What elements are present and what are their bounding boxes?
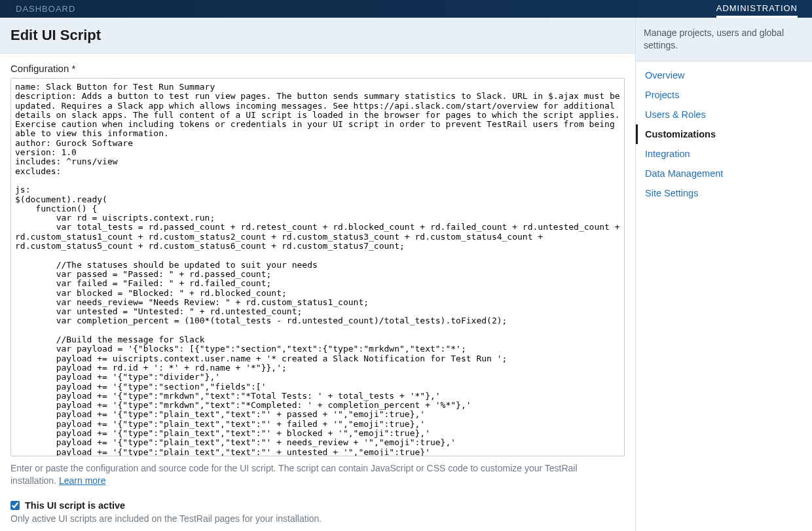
sidebar-item-projects[interactable]: Projects	[636, 85, 812, 105]
active-checkbox-label: This UI script is active	[25, 500, 125, 511]
sidebar-nav: Overview Projects Users & Roles Customiz…	[636, 62, 812, 207]
sidebar-item-site-settings[interactable]: Site Settings	[636, 183, 812, 203]
page-title: Edit UI Script	[10, 27, 625, 44]
sidebar-description: Manage projects, users and global settin…	[636, 18, 812, 62]
sidebar-item-integration[interactable]: Integration	[636, 144, 812, 164]
configuration-label: Configuration *	[10, 63, 625, 74]
sidebar-item-users-roles[interactable]: Users & Roles	[636, 105, 812, 124]
nav-administration[interactable]: ADMINISTRATION	[716, 0, 798, 18]
sidebar-item-customizations[interactable]: Customizations	[636, 124, 812, 144]
sidebar-item-data-management[interactable]: Data Management	[636, 164, 812, 183]
learn-more-link[interactable]: Learn more	[59, 475, 106, 486]
sidebar-item-overview[interactable]: Overview	[636, 65, 812, 85]
nav-dashboard[interactable]: DASHBOARD	[16, 0, 75, 18]
active-help-text: Only active UI scripts are included on t…	[10, 513, 625, 524]
admin-sidebar: Manage projects, users and global settin…	[635, 18, 812, 531]
configuration-help: Enter or paste the configuration and sou…	[10, 462, 625, 487]
top-nav: DASHBOARD ADMINISTRATION	[0, 0, 812, 18]
page-header: Edit UI Script	[0, 18, 635, 54]
configuration-textarea[interactable]	[10, 78, 625, 456]
active-checkbox[interactable]	[10, 501, 20, 510]
